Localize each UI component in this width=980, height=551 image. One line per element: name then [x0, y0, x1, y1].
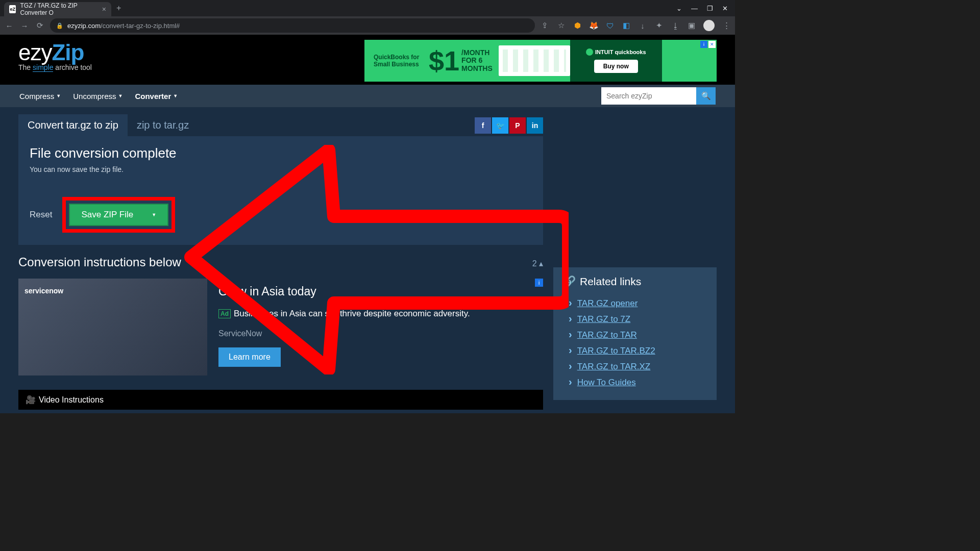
reset-button[interactable]: Reset — [30, 210, 52, 220]
search-input[interactable] — [601, 87, 696, 105]
maximize-icon[interactable]: ❐ — [707, 5, 713, 12]
top-banner-ad[interactable]: i✕ QuickBooks for Small Business $1 /MON… — [364, 40, 717, 82]
url-path: /convert-tar-gz-to-zip.html# — [101, 22, 180, 30]
ad-price: $1 — [429, 45, 459, 77]
link-icon: 🔗 — [562, 276, 576, 288]
inline-ad[interactable]: i servicenow Grow in Asia today AdBusine… — [18, 279, 543, 375]
video-icon: 🎥 — [26, 395, 36, 405]
tab-title: TGZ / TAR.GZ to ZIP Converter O — [20, 2, 97, 16]
related-links-panel: 🔗Related links TAR.GZ opener TAR.GZ to 7… — [553, 267, 717, 400]
download-arrow-icon[interactable]: ↓ — [638, 21, 647, 30]
linkedin-icon[interactable]: in — [527, 117, 543, 134]
site-search: 🔍 — [601, 87, 716, 105]
browser-tab[interactable]: eZ TGZ / TAR.GZ to ZIP Converter O × — [4, 2, 111, 16]
browser-tab-strip: eZ TGZ / TAR.GZ to ZIP Converter O × + ⌄… — [0, 0, 735, 16]
share-icon[interactable]: ⇪ — [540, 21, 549, 30]
ad-brand: INTUIT quickbooks — [586, 48, 646, 56]
step-number: 2 ▴ — [532, 259, 543, 268]
caret-down-icon: ▼ — [152, 212, 156, 217]
twitter-icon[interactable]: 🐦 — [492, 117, 508, 134]
related-heading: Related links — [580, 276, 641, 288]
ext-icon-4[interactable]: ◧ — [622, 21, 631, 30]
download-tray-icon[interactable]: ⭳ — [671, 21, 680, 30]
ad-info-icon[interactable]: i — [700, 41, 707, 48]
related-link[interactable]: How To Guides — [577, 378, 636, 387]
related-link[interactable]: TAR.GZ to TAR — [577, 330, 637, 340]
bookmark-star-icon[interactable]: ☆ — [556, 21, 566, 30]
ad-tagline: QuickBooks for Small Business — [374, 54, 425, 68]
caret-icon: ▼ — [118, 93, 122, 98]
conversion-status-panel: File conversion complete You can now sav… — [18, 136, 543, 245]
tab-favicon: eZ — [9, 5, 16, 13]
related-link-item: How To Guides — [562, 374, 707, 390]
site-logo[interactable]: ezyZip The simple archive tool — [18, 40, 92, 71]
tab-targz-to-zip[interactable]: Convert tar.gz to zip — [18, 114, 128, 136]
related-link-item: TAR.GZ to TAR — [562, 327, 707, 342]
related-link-item: TAR.GZ to 7Z — [562, 311, 707, 327]
chevron-down-icon[interactable]: ⌄ — [676, 5, 682, 12]
related-link[interactable]: TAR.GZ opener — [577, 298, 638, 308]
ad-close-icon[interactable]: ✕ — [708, 41, 716, 48]
search-button[interactable]: 🔍 — [696, 87, 716, 105]
minimize-icon[interactable]: ― — [691, 5, 698, 12]
kebab-menu-icon[interactable]: ⋮ — [722, 21, 731, 30]
nav-compress[interactable]: Compress▼ — [19, 92, 61, 101]
facebook-icon[interactable]: f — [475, 117, 491, 134]
ad-text: Businesses in Asia can still thrive desp… — [234, 309, 470, 319]
back-icon[interactable]: ← — [4, 21, 14, 30]
ad-info-icon[interactable]: i — [535, 279, 543, 287]
highlight-box: Save ZIP File ▼ — [62, 197, 175, 233]
ext-icon-2[interactable]: 🦊 — [589, 21, 598, 30]
ad-image: servicenow — [18, 279, 207, 375]
app-icon[interactable]: ▣ — [687, 21, 696, 30]
nav-uncompress[interactable]: Uncompress▼ — [73, 92, 122, 101]
related-link-item: TAR.GZ to TAR.BZ2 — [562, 342, 707, 358]
tab-zip-to-targz[interactable]: zip to tar.gz — [128, 114, 198, 136]
related-link-item: TAR.GZ opener — [562, 295, 707, 311]
related-link-item: TAR.GZ to TAR.XZ — [562, 358, 707, 374]
ext-icon-1[interactable]: ⬢ — [573, 21, 582, 30]
browser-toolbar: ← → ⟳ 🔒 ezyzip.com/convert-tar-gz-to-zip… — [0, 16, 735, 35]
url-domain: ezyzip.com — [67, 22, 101, 30]
ext-icon-3[interactable]: 🛡 — [605, 21, 615, 30]
ad-tag: Ad — [218, 309, 231, 318]
forward-icon[interactable]: → — [19, 21, 30, 30]
video-bar-label: Video Instructions — [39, 395, 104, 405]
video-instructions-bar[interactable]: 🎥 Video Instructions — [18, 390, 543, 410]
profile-avatar[interactable] — [703, 20, 715, 31]
lock-icon: 🔒 — [56, 22, 63, 29]
save-zip-button[interactable]: Save ZIP File ▼ — [69, 204, 168, 226]
save-label: Save ZIP File — [81, 210, 133, 220]
address-bar[interactable]: 🔒 ezyzip.com/convert-tar-gz-to-zip.html# — [50, 18, 535, 33]
logo-text-1: ezy — [18, 40, 52, 65]
related-link[interactable]: TAR.GZ to TAR.XZ — [577, 362, 651, 371]
page-viewport: ezyZip The simple archive tool i✕ QuickB… — [0, 35, 735, 413]
pinterest-icon[interactable]: P — [509, 117, 526, 134]
learn-more-button[interactable]: Learn more — [218, 347, 281, 367]
instructions-heading: Conversion instructions below — [18, 255, 181, 269]
logo-text-2: Zip — [52, 40, 84, 65]
reload-icon[interactable]: ⟳ — [35, 21, 45, 30]
new-tab-button[interactable]: + — [116, 4, 121, 13]
nav-converter[interactable]: Converter▼ — [135, 92, 178, 101]
status-heading: File conversion complete — [30, 145, 532, 161]
related-link[interactable]: TAR.GZ to 7Z — [577, 314, 631, 324]
ad-brand: ServiceNow — [218, 329, 543, 338]
search-icon: 🔍 — [701, 91, 711, 100]
caret-icon: ▼ — [173, 93, 178, 98]
close-window-icon[interactable]: ✕ — [722, 5, 728, 12]
window-controls: ⌄ ― ❐ ✕ — [676, 5, 735, 12]
status-subtext: You can now save the zip file. — [30, 165, 532, 173]
ad-devices-image — [499, 45, 570, 76]
caret-icon: ▼ — [56, 93, 61, 98]
extensions-icon[interactable]: ✦ — [654, 21, 664, 30]
ad-image-logo: servicenow — [24, 287, 63, 295]
tab-close-icon[interactable]: × — [102, 5, 106, 13]
main-nav: Compress▼ Uncompress▼ Converter▼ 🔍 — [0, 85, 735, 107]
ad-title: Grow in Asia today — [218, 285, 543, 298]
related-link[interactable]: TAR.GZ to TAR.BZ2 — [577, 346, 655, 356]
ad-cta-button[interactable]: Buy now — [594, 60, 638, 73]
